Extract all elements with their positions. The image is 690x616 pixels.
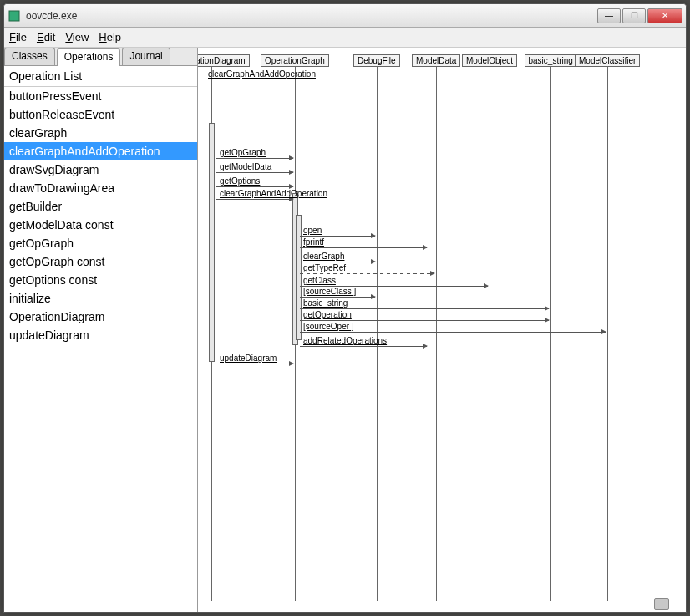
list-item[interactable]: updateDiagram	[4, 326, 197, 344]
message-arrow	[216, 172, 293, 173]
lifeline	[429, 66, 429, 601]
list-item[interactable]: getOpGraph	[4, 234, 197, 252]
lifeline	[490, 66, 490, 601]
message-label[interactable]: fprintf	[303, 237, 324, 247]
list-item[interactable]: clearGraph	[4, 124, 197, 142]
lifeline-header[interactable]: basic_string	[525, 54, 577, 67]
left-pane: ClassesOperationsJournal Operation List …	[4, 48, 198, 612]
list-item[interactable]: getOptions const	[4, 271, 197, 289]
message-label[interactable]: getOperation	[303, 310, 352, 319]
list-item[interactable]: drawSvgDiagram	[4, 160, 197, 179]
list-item[interactable]: buttonReleaseEvent	[4, 105, 197, 124]
list-item[interactable]: buttonPressEvent	[4, 87, 197, 105]
message-label[interactable]: getOpGraph	[220, 148, 266, 157]
operation-list-header: Operation List	[4, 66, 197, 87]
menu-help[interactable]: Help	[99, 31, 121, 43]
activation-bar	[209, 123, 215, 362]
message-label[interactable]: [sourceClass ]	[303, 287, 356, 296]
list-item[interactable]: getBuilder	[4, 197, 197, 216]
menubar: FileEditViewHelp	[4, 28, 686, 48]
message-label[interactable]: clearGraph	[303, 252, 344, 261]
message-arrow	[300, 346, 427, 347]
tabstrip: ClassesOperationsJournal	[4, 48, 197, 66]
operation-list[interactable]: buttonPressEventbuttonReleaseEventclearG…	[4, 87, 197, 612]
window-title: oovcde.exe	[26, 10, 596, 22]
titlebar[interactable]: oovcde.exe — ☐ ✕	[4, 4, 686, 28]
message-arrow	[300, 236, 375, 237]
message-arrow	[300, 332, 606, 333]
diagram-title: clearGraphAndAddOperation	[208, 69, 316, 79]
lifeline	[550, 66, 551, 601]
list-item[interactable]: clearGraphAndAddOperation	[4, 142, 197, 160]
message-arrow	[300, 247, 427, 248]
message-label[interactable]: [sourceOper ]	[303, 322, 354, 331]
message-label[interactable]: addRelatedOperations	[303, 336, 387, 345]
message-arrow	[300, 297, 375, 298]
list-item[interactable]: initialize	[4, 289, 197, 308]
app-window: oovcde.exe — ☐ ✕ FileEditViewHelp Classe…	[3, 3, 687, 613]
tab-classes[interactable]: Classes	[4, 48, 55, 65]
list-item[interactable]: OperationDiagram	[4, 308, 197, 326]
message-arrow	[300, 262, 375, 262]
lifeline-header[interactable]: DebugFile	[353, 54, 400, 67]
scrollbar-horizontal[interactable]	[654, 598, 669, 610]
message-label[interactable]: getClass	[303, 276, 336, 285]
menu-edit[interactable]: Edit	[37, 31, 55, 43]
client-area: ClassesOperationsJournal Operation List …	[4, 48, 686, 612]
close-button[interactable]: ✕	[647, 8, 682, 23]
menu-file[interactable]: File	[9, 31, 27, 43]
svg-rect-0	[9, 11, 19, 21]
activation-bar	[296, 215, 302, 340]
app-icon	[8, 9, 21, 23]
message-label[interactable]: getOptions	[220, 176, 260, 186]
menu-view[interactable]: View	[65, 31, 89, 43]
message-label[interactable]: getTypeRef	[303, 263, 346, 272]
message-arrow	[300, 308, 549, 309]
tab-journal[interactable]: Journal	[122, 48, 170, 65]
list-item[interactable]: drawToDrawingArea	[4, 179, 197, 197]
message-arrow	[216, 199, 293, 200]
minimize-button[interactable]: —	[597, 8, 621, 23]
maximize-button[interactable]: ☐	[622, 8, 646, 23]
tab-operations[interactable]: Operations	[57, 48, 121, 66]
lifeline	[436, 66, 437, 601]
message-arrow	[216, 364, 293, 364]
message-arrow	[300, 273, 434, 274]
sequence-diagram[interactable]: OperationDiagramOperationGraphDebugFileM…	[198, 48, 686, 612]
lifeline-header[interactable]: ModelData	[412, 54, 460, 67]
lifeline-header[interactable]: OperationDiagram	[198, 54, 250, 67]
message-label[interactable]: basic_string	[303, 298, 348, 308]
message-label[interactable]: open	[303, 226, 322, 235]
message-arrow	[216, 186, 293, 187]
lifeline-header[interactable]: OperationGraph	[261, 54, 329, 67]
message-arrow	[300, 320, 549, 321]
lifeline	[607, 66, 608, 601]
list-item[interactable]: getOpGraph const	[4, 252, 197, 271]
lifeline	[377, 66, 378, 601]
lifeline-header[interactable]: ModelClassifier	[575, 54, 640, 67]
message-label[interactable]: clearGraphAndAddOperation	[220, 189, 327, 198]
message-label[interactable]: getModelData	[220, 162, 271, 171]
message-arrow	[216, 158, 293, 159]
message-label[interactable]: updateDiagram	[220, 354, 277, 363]
lifeline-header[interactable]: ModelObject	[462, 54, 517, 67]
list-item[interactable]: getModelData const	[4, 216, 197, 234]
